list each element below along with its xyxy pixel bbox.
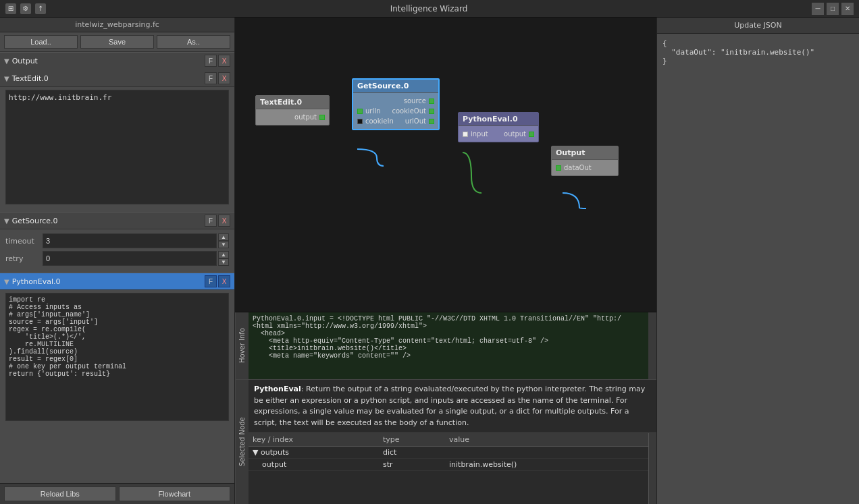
- col-type: type: [379, 433, 445, 447]
- node-output-title: Output: [552, 146, 618, 160]
- pythoneval-input-port[interactable]: [463, 132, 468, 137]
- textedit-output-label: output: [294, 113, 317, 121]
- getsource-cookieout-port[interactable]: [429, 109, 434, 114]
- node-getsource[interactable]: GetSource.0 source urlIn cookieOut: [352, 78, 440, 130]
- selected-node-name: PythonEval: [254, 385, 301, 393]
- retry-down[interactable]: ▼: [218, 258, 229, 266]
- node-pythoneval-body: input output: [459, 126, 538, 142]
- retry-spinner[interactable]: ▲ ▼: [218, 251, 229, 266]
- getsource-urlout-label: urlOut: [405, 117, 426, 125]
- pythoneval-x-button[interactable]: X: [218, 275, 230, 287]
- pythoneval-section-title: PythonEval.0: [12, 277, 203, 286]
- table-row: output str initbrain.website(): [249, 459, 648, 471]
- textedit-f-button[interactable]: F: [205, 72, 217, 84]
- output-chevron: ▼: [4, 57, 9, 65]
- selected-node-content: PythonEval: Return the output of a strin…: [249, 380, 656, 504]
- app-icon: ⊞: [5, 3, 16, 14]
- getsource-f-button[interactable]: F: [205, 215, 217, 227]
- pythoneval-code-input[interactable]: import re # Access inputs as # args['inp…: [5, 293, 229, 421]
- retry-up[interactable]: ▲: [218, 251, 229, 258]
- reload-libs-button[interactable]: Reload Libs: [4, 486, 116, 501]
- getsource-cookiein-label: cookieIn: [365, 117, 394, 125]
- node-output[interactable]: Output dataOut: [551, 146, 619, 176]
- getsource-source-row: source: [353, 96, 438, 106]
- getsource-cookieout-label: cookieOut: [392, 107, 426, 115]
- getsource-section-header: ▼ GetSource.0 F X: [0, 212, 234, 229]
- col-key: key / index: [249, 433, 379, 447]
- timeout-spinner[interactable]: ▲ ▼: [218, 233, 229, 248]
- timeout-row: timeout ▲ ▼: [5, 233, 229, 248]
- output-dataout-label: dataOut: [564, 164, 592, 171]
- right-panel-title: Update JSON: [657, 18, 859, 34]
- getsource-urlout-port[interactable]: [429, 119, 434, 124]
- node-textedit[interactable]: TextEdit.0 output: [255, 95, 330, 125]
- table-scrollbar[interactable]: [648, 433, 656, 504]
- selected-node-panel: Selected Node PythonEval: Return the out…: [235, 380, 656, 504]
- getsource-section-title: GetSource.0: [12, 217, 203, 225]
- hover-info-content: PythonEval.0.input = <!DOCTYPE html PUBL…: [253, 315, 621, 360]
- retry-row: retry ▲ ▼: [5, 251, 229, 266]
- bottom-panels: Hover Info PythonEval.0.input = <!DOCTYP…: [235, 312, 656, 504]
- row-type: dict: [379, 447, 445, 459]
- as-button[interactable]: As..: [157, 35, 230, 49]
- getsource-chevron: ▼: [4, 217, 9, 225]
- getsource-source-label: source: [404, 97, 426, 105]
- pythoneval-output-label: output: [504, 130, 526, 138]
- textedit-input[interactable]: http://www.initbrain.fr: [5, 90, 229, 204]
- minimize-button[interactable]: ─: [812, 3, 824, 15]
- row-value: [445, 447, 648, 459]
- save-button[interactable]: Save: [80, 35, 154, 49]
- pythoneval-section-header: ▼ PythonEval.0 F X: [0, 273, 234, 290]
- hover-info-panel: Hover Info PythonEval.0.input = <!DOCTYP…: [235, 312, 656, 380]
- pythoneval-chevron: ▼: [4, 278, 9, 285]
- output-section-title: Output: [12, 57, 203, 65]
- hover-info-scrollbar[interactable]: [648, 312, 656, 379]
- flowchart-button[interactable]: Flowchart: [119, 486, 231, 501]
- selected-node-label: Selected Node: [235, 380, 249, 504]
- textedit-x-button[interactable]: X: [218, 72, 230, 84]
- settings-icon: ⚙: [20, 3, 31, 14]
- table-row: ▼ outputs dict: [249, 447, 648, 459]
- selected-node-description: PythonEval: Return the output of a strin…: [249, 380, 656, 433]
- textedit-chevron: ▼: [4, 75, 9, 82]
- node-output-body: dataOut: [552, 160, 618, 175]
- timeout-input[interactable]: [43, 233, 217, 248]
- pythoneval-content: import re # Access inputs as # args['inp…: [0, 290, 234, 428]
- getsource-cookiein-port[interactable]: [357, 119, 363, 124]
- getsource-cookiein-row: cookieIn urlOut: [353, 116, 438, 126]
- output-section-header: ▼ Output F X: [0, 52, 234, 69]
- row-key: output: [249, 459, 379, 471]
- node-textedit-title: TextEdit.0: [256, 96, 329, 109]
- node-pythoneval[interactable]: PythonEval.0 input output: [458, 112, 539, 142]
- getsource-urlin-label: urlIn: [365, 107, 381, 115]
- retry-input[interactable]: [43, 251, 217, 266]
- close-button[interactable]: ✕: [841, 3, 854, 15]
- timeout-up[interactable]: ▲: [218, 233, 229, 241]
- restore-button[interactable]: □: [827, 3, 839, 15]
- textedit-content: http://www.initbrain.fr: [0, 87, 234, 212]
- filename-header: intelwiz_webparsing.fc: [0, 18, 234, 32]
- title-bar-left: ⊞ ⚙ ↑: [5, 3, 46, 14]
- output-f-button[interactable]: F: [205, 55, 217, 67]
- left-panel: intelwiz_webparsing.fc Load.. Save As.. …: [0, 18, 235, 504]
- node-getsource-title: GetSource.0: [353, 80, 438, 93]
- output-x-button[interactable]: X: [218, 55, 230, 67]
- getsource-source-port[interactable]: [429, 99, 434, 104]
- retry-label: retry: [5, 254, 43, 263]
- window-controls[interactable]: ─ □ ✕: [812, 3, 854, 15]
- pythoneval-output-port[interactable]: [529, 132, 534, 137]
- data-table: key / index type value ▼ outputs dict: [249, 433, 648, 471]
- center-area: TextEdit.0 output GetSource.0 source: [235, 18, 656, 504]
- timeout-down[interactable]: ▼: [218, 241, 229, 248]
- output-dataout-port[interactable]: [556, 165, 561, 171]
- getsource-urlin-row: urlIn cookieOut: [353, 106, 438, 116]
- node-textedit-body: output: [256, 109, 329, 125]
- load-button[interactable]: Load..: [4, 35, 78, 49]
- pythoneval-f-button[interactable]: F: [205, 275, 217, 287]
- textedit-output-port[interactable]: [319, 115, 325, 120]
- getsource-urlin-port[interactable]: [357, 109, 363, 114]
- right-panel-content: { "dataOut": "initbrain.website()" }: [657, 34, 859, 504]
- getsource-x-button[interactable]: X: [218, 215, 230, 227]
- getsource-content: timeout ▲ ▼ retry ▲ ▼: [0, 229, 234, 273]
- canvas-area[interactable]: TextEdit.0 output GetSource.0 source: [235, 18, 656, 312]
